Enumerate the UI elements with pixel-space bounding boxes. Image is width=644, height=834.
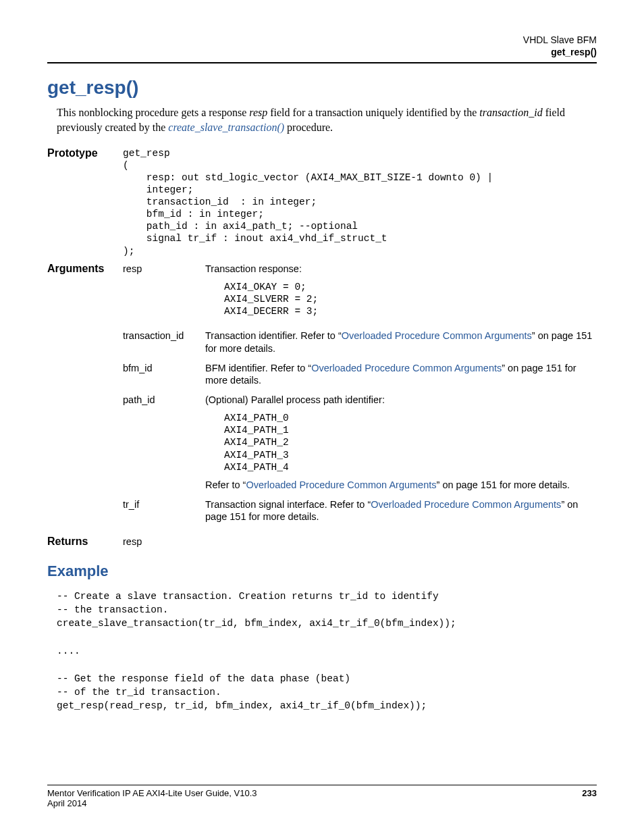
arg-link[interactable]: Overloaded Procedure Common Arguments [342, 330, 532, 341]
arguments-section: Arguments resp Transaction response: AXI… [47, 263, 597, 531]
arg-name: resp [123, 263, 205, 323]
arg-desc-text: Transaction response: [205, 263, 302, 274]
page-title: get_resp() [47, 77, 597, 99]
arg-desc: Transaction response: AXI4_OKAY = 0; AXI… [205, 263, 597, 323]
arg-name: bfm_id [123, 362, 205, 388]
arg-row-path-id: path_id (Optional) Parallel process path… [123, 394, 597, 491]
intro-ital1: resp [249, 107, 267, 118]
footer-page-number: 233 [582, 788, 597, 808]
arg-desc: (Optional) Parallel process path identif… [205, 394, 597, 491]
arg-desc-pre: Transaction identifier. Refer to “ [205, 330, 342, 341]
footer-left: Mentor Verification IP AE AXI4-Lite User… [47, 788, 257, 808]
prototype-label: Prototype [47, 147, 123, 257]
arg-desc-pre: (Optional) Parallel process path identif… [205, 394, 385, 405]
arg-row-tr-if: tr_if Transaction signal interface. Refe… [123, 498, 597, 524]
intro-ital2: transaction_id [479, 107, 542, 118]
arguments-body: resp Transaction response: AXI4_OKAY = 0… [123, 263, 597, 531]
arg-values: AXI4_OKAY = 0; AXI4_SLVERR = 2; AXI4_DEC… [224, 281, 597, 317]
example-code: -- Create a slave transaction. Creation … [57, 590, 597, 713]
prototype-section: Prototype get_resp ( resp: out std_logic… [47, 147, 597, 257]
arg-desc: Transaction signal interface. Refer to “… [205, 498, 597, 524]
page-footer: Mentor Verification IP AE AXI4-Lite User… [47, 785, 597, 808]
arguments-label: Arguments [47, 263, 123, 531]
returns-section: Returns resp [47, 536, 597, 549]
intro-paragraph: This nonblocking procedure gets a respon… [57, 105, 597, 134]
arg-desc-post-pre: Refer to “ [205, 479, 246, 490]
prototype-body: get_resp ( resp: out std_logic_vector (A… [123, 147, 597, 257]
arg-desc: Transaction identifier. Refer to “Overlo… [205, 330, 597, 355]
arg-values: AXI4_PATH_0 AXI4_PATH_1 AXI4_PATH_2 AXI4… [224, 412, 597, 473]
header-rule [47, 62, 597, 63]
example-heading: Example [47, 563, 597, 580]
header-chapter: VHDL Slave BFM [47, 34, 597, 46]
arg-link[interactable]: Overloaded Procedure Common Arguments [246, 479, 436, 490]
arg-desc-pre: BFM identifier. Refer to “ [205, 363, 311, 373]
intro-t4: procedure. [284, 122, 333, 133]
arg-name: tr_if [123, 498, 205, 524]
arg-link[interactable]: Overloaded Procedure Common Arguments [311, 363, 502, 373]
arg-desc-pre: Transaction signal interface. Refer to “ [205, 499, 371, 510]
arg-name: transaction_id [123, 330, 205, 355]
arg-name: path_id [123, 394, 205, 491]
prototype-code: get_resp ( resp: out std_logic_vector (A… [123, 147, 597, 257]
arg-row-bfm-id: bfm_id BFM identifier. Refer to “Overloa… [123, 362, 597, 388]
returns-value: resp [123, 536, 142, 547]
header-topic: get_resp() [47, 46, 597, 58]
arg-row-resp: resp Transaction response: AXI4_OKAY = 0… [123, 263, 597, 323]
arg-row-transaction-id: transaction_id Transaction identifier. R… [123, 330, 597, 355]
page-header: VHDL Slave BFM get_resp() [47, 34, 597, 58]
returns-label: Returns [47, 536, 123, 549]
arg-link[interactable]: Overloaded Procedure Common Arguments [371, 499, 561, 510]
intro-link[interactable]: create_slave_transaction() [168, 122, 284, 133]
arg-desc: BFM identifier. Refer to “Overloaded Pro… [205, 362, 597, 388]
footer-date: April 2014 [47, 798, 257, 808]
returns-body: resp [123, 536, 597, 549]
footer-doc-title: Mentor Verification IP AE AXI4-Lite User… [47, 788, 257, 798]
intro-t1: This nonblocking procedure gets a respon… [57, 107, 249, 118]
arg-desc-post-post: ” on page 151 for more details. [437, 479, 570, 490]
intro-t2: field for a transaction uniquely identif… [267, 107, 479, 118]
